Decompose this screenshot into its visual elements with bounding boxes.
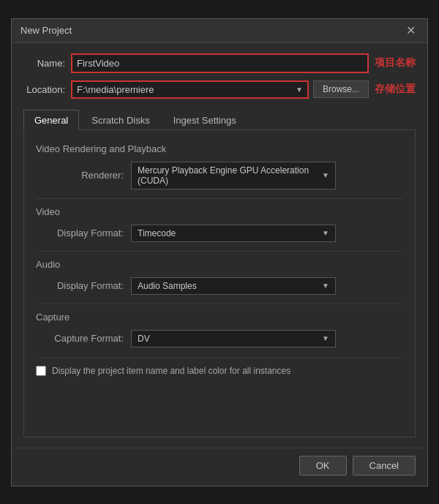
- capture-format-value: DV: [138, 334, 319, 344]
- display-label-checkbox[interactable]: [36, 366, 46, 376]
- checkbox-label: Display the project item name and label …: [52, 366, 290, 376]
- renderer-select[interactable]: Mercury Playback Engine GPU Acceleration…: [131, 162, 336, 189]
- cancel-button[interactable]: Cancel: [353, 456, 416, 475]
- location-row: Location: F:\media\premiere ▼ Browse... …: [23, 80, 416, 99]
- video-label: Video: [36, 206, 403, 217]
- video-format-dropdown-icon: ▼: [322, 229, 329, 237]
- section-video: Video Display Format: Timecode ▼: [36, 206, 403, 242]
- dialog-title: New Project: [20, 25, 72, 36]
- tab-scratch-disks[interactable]: Scratch Disks: [80, 110, 160, 130]
- tab-general[interactable]: General: [23, 110, 79, 130]
- name-annotation: 项目名称: [375, 56, 416, 69]
- audio-display-format-value: Audio Samples: [138, 281, 319, 291]
- section-capture: Capture Capture Format: DV ▼: [36, 312, 403, 347]
- name-row: Name: 项目名称: [23, 53, 416, 73]
- name-input[interactable]: [71, 53, 369, 73]
- capture-format-dropdown-icon: ▼: [322, 334, 329, 342]
- video-display-format-label: Display Format:: [50, 227, 131, 238]
- capture-format-row: Capture Format: DV ▼: [36, 330, 403, 347]
- video-display-format-row: Display Format: Timecode ▼: [36, 225, 403, 242]
- ok-button[interactable]: OK: [299, 456, 347, 475]
- location-input-wrap[interactable]: F:\media\premiere ▼: [71, 80, 309, 99]
- dialog-body: Name: 项目名称 Location: F:\media\premiere ▼…: [12, 43, 427, 448]
- renderer-label: Renderer:: [50, 170, 131, 181]
- audio-display-format-label: Display Format:: [50, 280, 131, 291]
- audio-label: Audio: [36, 259, 403, 270]
- browse-button[interactable]: Browse...: [313, 80, 369, 98]
- name-label: Name:: [23, 58, 71, 69]
- tab-ingest-settings[interactable]: Ingest Settings: [162, 110, 247, 130]
- section-audio: Audio Display Format: Audio Samples ▼: [36, 259, 403, 295]
- video-display-format-value: Timecode: [138, 228, 319, 238]
- location-annotation: 存储位置: [375, 83, 416, 96]
- capture-format-select[interactable]: DV ▼: [131, 330, 336, 347]
- new-project-dialog: New Project ✕ Name: 项目名称 Location: F:\me…: [11, 18, 428, 486]
- section-video-rendering: Video Rendering and Playback Renderer: M…: [36, 143, 403, 189]
- divider-3: [36, 304, 403, 304]
- close-button[interactable]: ✕: [403, 25, 419, 37]
- video-display-format-select[interactable]: Timecode ▼: [131, 225, 336, 242]
- dialog-footer: OK Cancel: [12, 448, 427, 486]
- audio-format-dropdown-icon: ▼: [322, 282, 329, 290]
- location-label: Location:: [23, 84, 71, 95]
- renderer-value: Mercury Playback Engine GPU Acceleration…: [138, 165, 319, 186]
- divider-2: [36, 251, 403, 252]
- capture-format-label: Capture Format:: [50, 333, 131, 344]
- location-dropdown-icon: ▼: [296, 86, 303, 94]
- tab-content-general: Video Rendering and Playback Renderer: M…: [23, 130, 416, 437]
- renderer-dropdown-icon: ▼: [322, 171, 329, 179]
- video-rendering-label: Video Rendering and Playback: [36, 143, 403, 154]
- audio-display-format-row: Display Format: Audio Samples ▼: [36, 277, 403, 295]
- location-value: F:\media\premiere: [77, 84, 293, 95]
- renderer-row: Renderer: Mercury Playback Engine GPU Ac…: [36, 162, 403, 189]
- capture-label: Capture: [36, 312, 403, 323]
- title-bar: New Project ✕: [12, 19, 427, 43]
- tabs-bar: General Scratch Disks Ingest Settings: [23, 109, 416, 130]
- divider-1: [36, 198, 403, 199]
- audio-display-format-select[interactable]: Audio Samples ▼: [131, 277, 336, 295]
- checkbox-row: Display the project item name and label …: [36, 358, 403, 376]
